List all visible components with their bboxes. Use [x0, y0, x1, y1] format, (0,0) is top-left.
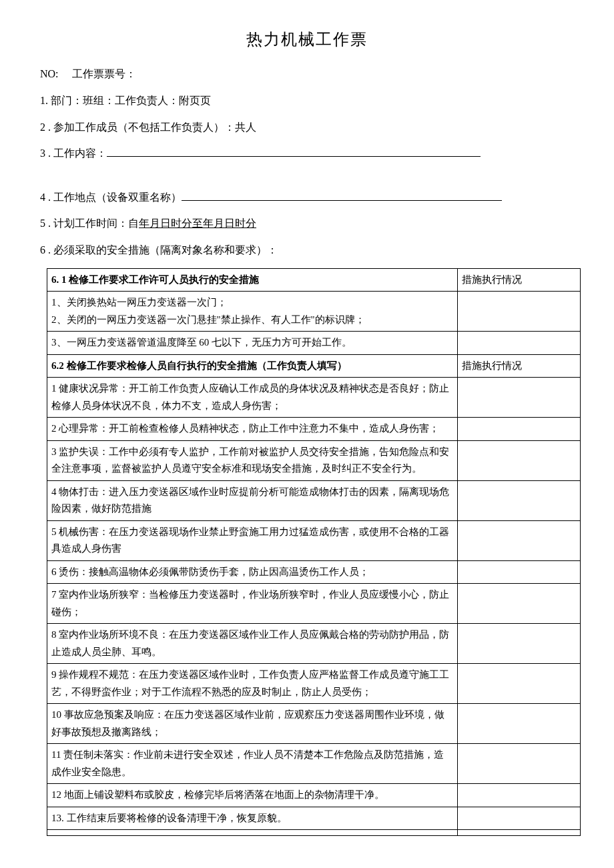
status-header: 措施执行情况: [458, 268, 581, 292]
section2-item: 13. 工作结束后要将检修的设备清理干净，恢复原貌。: [47, 807, 458, 830]
table-row: 1、关闭换热站一网压力变送器一次门；2、关闭的一网压力变送器一次门悬挂"禁止操作…: [47, 292, 581, 332]
table-row: 6.2 检修工作要求检修人员自行执行的安全措施（工作负责人填写） 措施执行情况: [47, 354, 581, 378]
section2-item: 5 机械伤害：在压力变送器现场作业禁止野蛮施工用力过猛造成伤害，或使用不合格的工…: [47, 520, 458, 560]
table-row: [47, 830, 581, 836]
schedule-underline: 年月日时分至年月日时分: [139, 218, 256, 229]
section2-item: 1 健康状况异常：开工前工作负责人应确认工作成员的身体状况及精神状态是否良好；防…: [47, 378, 458, 418]
section2-item: 7 室内作业场所狭窄：当检修压力变送器时，作业场所狭窄时，作业人员应缓慢小心，防…: [47, 584, 458, 624]
status-cell: [458, 807, 581, 830]
status-cell: [458, 418, 581, 441]
no-label: NO:: [40, 68, 59, 79]
section1-header: 6. 1 检修工作要求工作许可人员执行的安全措施: [47, 268, 458, 292]
table-row: 3 监护失误：工作中必须有专人监护，工作前对被监护人员交待安全措施，告知危险点和…: [47, 440, 581, 480]
schedule-prefix: 5 . 计划工作时间：自: [40, 218, 139, 229]
section2-item: 11 责任制未落实：作业前未进行安全双述，作业人员不清楚本工作危险点及防范措施，…: [47, 744, 458, 784]
status-cell: [458, 440, 581, 480]
table-row: 4 物体打击：进入压力变送器区域作业时应提前分析可能造成物体打击的因素，隔离现场…: [47, 480, 581, 520]
section2-item: 3 监护失误：工作中必须有专人监护，工作前对被监护人员交待安全措施，告知危险点和…: [47, 440, 458, 480]
location-blank: [182, 200, 502, 201]
status-cell: [458, 830, 581, 836]
table-row: 1 健康状况异常：开工前工作负责人应确认工作成员的身体状况及精神状态是否良好；防…: [47, 378, 581, 418]
table-row: 6. 1 检修工作要求工作许可人员执行的安全措施 措施执行情况: [47, 268, 581, 292]
table-row: 13. 工作结束后要将检修的设备清理干净，恢复原貌。: [47, 807, 581, 830]
section2-item: 10 事故应急预案及响应：在压力变送器区域作业前，应观察压力变送器周围作业环境，…: [47, 704, 458, 744]
section2-item: 4 物体打击：进入压力变送器区域作业时应提前分析可能造成物体打击的因素，隔离现场…: [47, 480, 458, 520]
ticket-number-line: NO: 工作票票号：: [40, 65, 574, 83]
table-row: 5 机械伤害：在压力变送器现场作业禁止野蛮施工用力过猛造成伤害，或使用不合格的工…: [47, 520, 581, 560]
content-label: 3 . 工作内容：: [40, 147, 107, 159]
status-cell: [458, 332, 581, 355]
status-cell: [458, 378, 581, 418]
table-row: 8 室内作业场所环境不良：在压力变送器区域作业工作人员应佩戴合格的劳动防护用品，…: [47, 624, 581, 664]
safety-table: 6. 1 检修工作要求工作许可人员执行的安全措施 措施执行情况 1、关闭换热站一…: [47, 268, 581, 837]
status-cell: [458, 704, 581, 744]
table-row: 12 地面上铺设塑料布或胶皮，检修完毕后将洒落在地面上的杂物清理干净。: [47, 784, 581, 807]
section2-item: 12 地面上铺设塑料布或胶皮，检修完毕后将洒落在地面上的杂物清理干净。: [47, 784, 458, 807]
status-cell: [458, 520, 581, 560]
table-row: 11 责任制未落实：作业前未进行安全双述，作业人员不清楚本工作危险点及防范措施，…: [47, 744, 581, 784]
section2-item: 9 操作规程不规范：在压力变送器区域作业时，工作负责人应严格监督工作成员遵守施工…: [47, 664, 458, 704]
field-schedule: 5 . 计划工作时间：自年月日时分至年月日时分: [40, 215, 574, 232]
field-department: 1. 部门：班组：工作负责人：附页页: [40, 92, 574, 109]
section2-item: 2 心理异常：开工前检查检修人员精神状态，防止工作中注意力不集中，造成人身伤害；: [47, 418, 458, 441]
document-title: 热力机械工作票: [40, 27, 574, 52]
status-cell: [458, 664, 581, 704]
status-cell: [458, 560, 581, 584]
table-row: 10 事故应急预案及响应：在压力变送器区域作业前，应观察压力变送器周围作业环境，…: [47, 704, 581, 744]
status-cell: [458, 584, 581, 624]
section1-item: 3、一网压力变送器管道温度降至 60 七以下，无压力方可开始工作。: [47, 332, 458, 355]
field-location: 4 . 工作地点（设备双重名称）: [40, 189, 574, 206]
location-label: 4 . 工作地点（设备双重名称）: [40, 191, 182, 203]
status-cell: [458, 784, 581, 807]
field-content: 3 . 工作内容：: [40, 145, 574, 162]
field-safety-measures: 6 . 必须采取的安全措施（隔离对象名称和要求）：: [40, 242, 574, 259]
table-row: 6 烫伤：接触高温物体必须佩带防烫伤手套，防止因高温烫伤工作人员；: [47, 560, 581, 584]
status-cell: [458, 744, 581, 784]
ticket-number-label: 工作票票号：: [72, 68, 136, 79]
field-members: 2 . 参加工作成员（不包括工作负责人）：共人: [40, 119, 574, 136]
status-header: 措施执行情况: [458, 354, 581, 378]
status-cell: [458, 480, 581, 520]
section2-item: 6 烫伤：接触高温物体必须佩带防烫伤手套，防止因高温烫伤工作人员；: [47, 560, 458, 584]
table-row: 7 室内作业场所狭窄：当检修压力变送器时，作业场所狭窄时，作业人员应缓慢小心，防…: [47, 584, 581, 624]
status-cell: [458, 624, 581, 664]
section2-item: [47, 830, 458, 836]
section1-item: 1、关闭换热站一网压力变送器一次门；2、关闭的一网压力变送器一次门悬挂"禁止操作…: [47, 292, 458, 332]
table-row: 9 操作规程不规范：在压力变送器区域作业时，工作负责人应严格监督工作成员遵守施工…: [47, 664, 581, 704]
section2-item: 8 室内作业场所环境不良：在压力变送器区域作业工作人员应佩戴合格的劳动防护用品，…: [47, 624, 458, 664]
table-row: 3、一网压力变送器管道温度降至 60 七以下，无压力方可开始工作。: [47, 332, 581, 355]
status-cell: [458, 292, 581, 332]
content-blank: [107, 156, 481, 157]
table-row: 2 心理异常：开工前检查检修人员精神状态，防止工作中注意力不集中，造成人身伤害；: [47, 418, 581, 441]
section2-header: 6.2 检修工作要求检修人员自行执行的安全措施（工作负责人填写）: [47, 354, 458, 378]
